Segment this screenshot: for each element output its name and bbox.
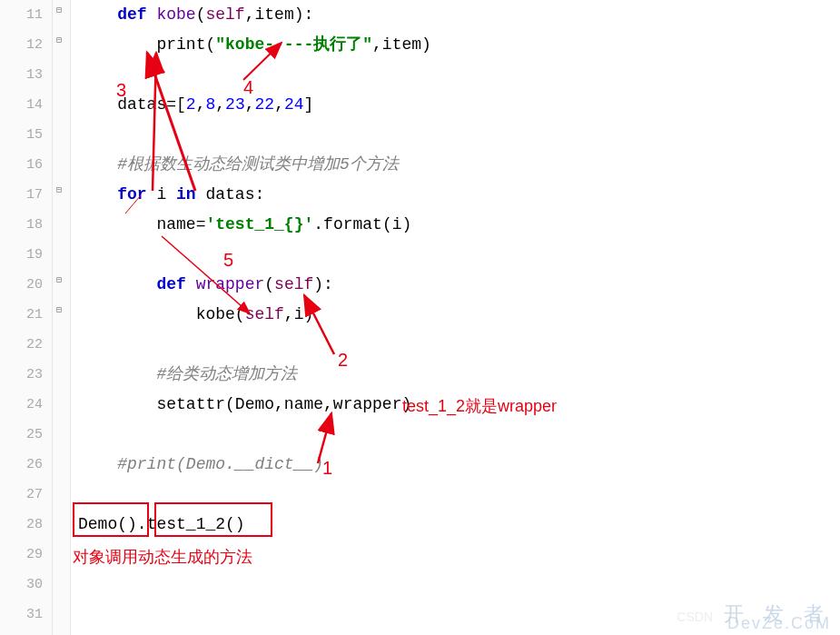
annotation-number-4: 4 xyxy=(243,77,253,98)
annotation-bottom-note: 对象调用动态生成的方法 xyxy=(73,546,252,568)
line-number: 29 xyxy=(0,540,43,570)
code-line: for i in datas: xyxy=(78,180,840,210)
code-line xyxy=(78,120,840,150)
line-number-gutter: 11 12 13 14 15 16 17 18 19 20 21 22 23 2… xyxy=(0,0,53,635)
line-number: 24 xyxy=(0,390,43,420)
code-line: #根据数生动态给测试类中增加5个方法 xyxy=(78,150,840,180)
line-number: 30 xyxy=(0,570,43,600)
code-line: datas=[2,8,23,22,24] xyxy=(78,90,840,120)
code-line: def kobe(self,item): xyxy=(78,0,840,30)
code-line: #print(Demo.__dict__) xyxy=(78,450,840,480)
code-area[interactable]: def kobe(self,item): print("kobe-----执行了… xyxy=(71,0,840,635)
line-number: 23 xyxy=(0,360,43,390)
code-line: def wrapper(self): xyxy=(78,270,840,300)
line-number: 14 xyxy=(0,90,43,120)
code-line xyxy=(78,420,840,450)
annotation-number-3: 3 xyxy=(116,80,126,101)
line-number: 28 xyxy=(0,510,43,540)
annotation-number-2: 2 xyxy=(338,350,348,371)
code-line: print("kobe-----执行了",item) xyxy=(78,30,840,60)
annotation-wrapper-note: test_1_2就是wrapper xyxy=(402,395,557,417)
code-line: kobe(self,i) xyxy=(78,300,840,330)
line-number: 15 xyxy=(0,120,43,150)
code-line xyxy=(78,570,840,600)
line-number: 18 xyxy=(0,210,43,240)
line-number: 19 xyxy=(0,240,43,270)
code-line: name='test_1_{}'.format(i) xyxy=(78,210,840,240)
code-line xyxy=(78,60,840,90)
line-number: 11 xyxy=(0,0,43,30)
code-line: #给类动态增加方法 xyxy=(78,360,840,390)
fold-marker-icon[interactable]: ⊟ xyxy=(56,184,62,195)
line-number: 20 xyxy=(0,270,43,300)
line-number: 27 xyxy=(0,480,43,510)
line-number: 26 xyxy=(0,450,43,480)
line-number: 17 xyxy=(0,180,43,210)
annotation-number-1: 1 xyxy=(322,458,332,479)
watermark-bottom: DevZe.CoM xyxy=(727,614,831,633)
highlight-box-method xyxy=(154,502,272,537)
watermark-csdn: CSDN xyxy=(677,610,713,624)
line-number: 13 xyxy=(0,60,43,90)
line-number: 25 xyxy=(0,420,43,450)
line-number: 22 xyxy=(0,330,43,360)
highlight-box-demo xyxy=(73,502,149,537)
annotation-number-5: 5 xyxy=(223,250,233,271)
fold-marker-icon[interactable]: ⊟ xyxy=(56,5,62,15)
line-number: 21 xyxy=(0,300,43,330)
code-line xyxy=(78,240,840,270)
fold-gutter[interactable]: ⊟ ⊟ ⊟ ⊟ ⊟ xyxy=(53,0,71,635)
fold-marker-icon[interactable]: ⊟ xyxy=(56,304,62,315)
line-number: 31 xyxy=(0,600,43,630)
fold-marker-icon[interactable]: ⊟ xyxy=(56,274,62,285)
line-number: 16 xyxy=(0,150,43,180)
line-number: 12 xyxy=(0,30,43,60)
code-line xyxy=(78,330,840,360)
fold-marker-icon[interactable]: ⊟ xyxy=(56,35,62,45)
